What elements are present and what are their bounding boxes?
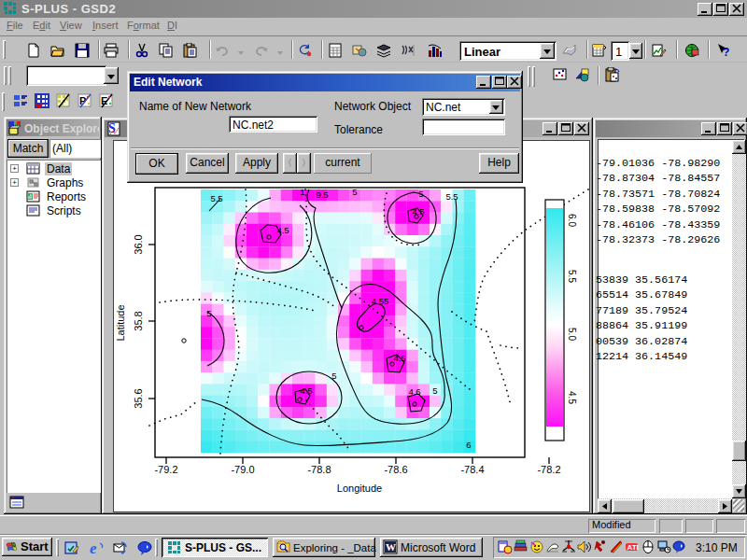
svg-text:5: 5	[331, 371, 336, 381]
svg-text:4.5: 4.5	[393, 353, 405, 363]
svg-text:4.5: 4.5	[300, 385, 312, 396]
svg-text:5: 5	[432, 385, 437, 396]
svg-text:-78.2: -78.2	[537, 464, 560, 475]
svg-text:Longitude: Longitude	[337, 483, 382, 494]
svg-text:35.8: 35.8	[133, 311, 144, 330]
svg-text:5.5: 5.5	[567, 270, 577, 283]
svg-text:35.6: 35.6	[133, 388, 144, 408]
svg-text:5.0: 5.0	[567, 328, 577, 341]
svg-text:36.0: 36.0	[133, 234, 144, 254]
svg-text:4.6: 4.6	[408, 386, 420, 397]
svg-text:e: e	[90, 540, 97, 555]
svg-text:4.5: 4.5	[412, 206, 424, 217]
svg-text:4.5: 4.5	[567, 391, 577, 404]
svg-text:-78.8: -78.8	[307, 464, 331, 475]
svg-text:4.55: 4.55	[372, 296, 389, 306]
svg-text:6: 6	[466, 440, 471, 450]
svg-text:Latitude: Latitude	[115, 304, 126, 341]
svg-text:ATI: ATI	[627, 543, 639, 552]
svg-text:5: 5	[206, 308, 211, 318]
svg-text:9.5: 9.5	[316, 189, 328, 200]
svg-text:-78.4: -78.4	[460, 464, 484, 475]
svg-text:-78.6: -78.6	[384, 464, 407, 475]
svg-text:-79.2: -79.2	[154, 464, 177, 475]
svg-text:?: ?	[723, 46, 729, 58]
svg-text:5.5: 5.5	[210, 193, 222, 203]
svg-text:-79.0: -79.0	[231, 464, 254, 475]
svg-text:5: 5	[418, 189, 423, 199]
svg-text:5.5: 5.5	[445, 191, 458, 202]
svg-text:6.0: 6.0	[567, 214, 577, 227]
svg-text:4.5: 4.5	[276, 225, 289, 235]
svg-text:W: W	[386, 541, 396, 553]
